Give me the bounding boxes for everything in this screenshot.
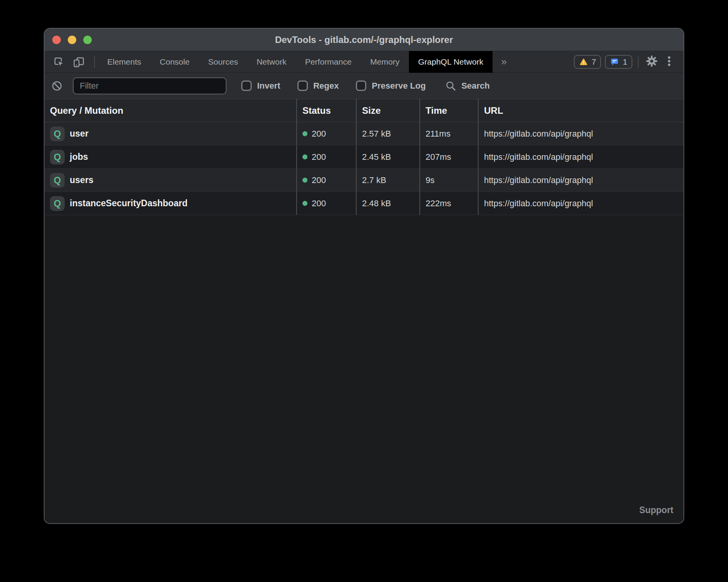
filter-toolbar: Invert Regex Preserve Log Search [45, 73, 683, 99]
message-count: 1 [623, 57, 627, 67]
regex-checkbox-group[interactable]: Regex [297, 80, 339, 91]
filter-input[interactable] [73, 77, 227, 94]
settings-button[interactable] [646, 55, 658, 69]
query-type-badge: Q [50, 150, 65, 164]
tab-network[interactable]: Network [247, 51, 296, 73]
message-icon [610, 57, 619, 67]
inspect-element-icon[interactable] [53, 56, 65, 68]
tab-memory[interactable]: Memory [361, 51, 409, 73]
invert-label: Invert [257, 81, 280, 91]
titlebar: DevTools - gitlab.com/-/graphql-explorer [45, 29, 683, 51]
invert-checkbox[interactable] [241, 80, 252, 91]
devtools-tabbar: Elements Console Sources Network Perform… [45, 51, 683, 73]
tab-graphql-network[interactable]: GraphQL Network [409, 51, 493, 73]
status-ok-dot [302, 131, 307, 136]
tab-console[interactable]: Console [151, 51, 199, 73]
search-button[interactable]: Search [445, 80, 489, 92]
window-title: DevTools - gitlab.com/-/graphql-explorer [275, 34, 453, 45]
column-header-time[interactable]: Time [419, 99, 478, 122]
regex-checkbox[interactable] [297, 80, 308, 91]
query-type-badge: Q [50, 173, 65, 188]
response-size: 2.45 kB [362, 152, 391, 162]
column-header-status[interactable]: Status [296, 99, 356, 122]
device-toolbar-icon[interactable] [73, 56, 85, 68]
traffic-lights [52, 29, 92, 51]
preserve-log-checkbox-group[interactable]: Preserve Log [356, 80, 426, 91]
request-url: https://gitlab.com/api/graphql [484, 199, 593, 209]
search-label: Search [461, 81, 489, 91]
warning-count: 7 [592, 57, 596, 67]
table-row[interactable]: Q instanceSecurityDashboard 200 2.48 kB … [45, 192, 683, 215]
devtools-window: DevTools - gitlab.com/-/graphql-explorer… [44, 28, 684, 524]
status-code: 200 [312, 129, 326, 139]
status-ok-dot [302, 201, 307, 206]
column-header-url[interactable]: URL [478, 99, 683, 122]
status-code: 200 [312, 199, 326, 209]
more-tabs-icon[interactable]: » [493, 56, 515, 68]
tab-sources[interactable]: Sources [199, 51, 247, 73]
status-code: 200 [312, 152, 326, 162]
query-name: user [70, 128, 89, 139]
table-row[interactable]: Q user 200 2.57 kB 211ms https://gitlab.… [45, 122, 683, 146]
preserve-log-checkbox[interactable] [356, 80, 366, 91]
regex-label: Regex [313, 81, 339, 91]
query-name: instanceSecurityDashboard [70, 198, 187, 209]
warning-icon [579, 57, 588, 67]
column-header-query-mutation[interactable]: Query / Mutation [45, 99, 296, 122]
toolbar-separator [94, 56, 95, 68]
query-type-badge: Q [50, 196, 65, 211]
request-url: https://gitlab.com/api/graphql [484, 175, 593, 185]
preserve-log-label: Preserve Log [372, 81, 426, 91]
request-url: https://gitlab.com/api/graphql [484, 129, 593, 139]
response-time: 222ms [426, 199, 451, 209]
table-header: Query / Mutation Status Size Time URL [45, 99, 683, 122]
column-header-size[interactable]: Size [356, 99, 419, 122]
tab-elements[interactable]: Elements [98, 51, 151, 73]
close-window-button[interactable] [52, 36, 61, 44]
tab-performance[interactable]: Performance [296, 51, 361, 73]
response-size: 2.7 kB [362, 175, 386, 185]
query-name: jobs [70, 152, 88, 162]
menu-button[interactable] [663, 55, 675, 68]
controls-separator [638, 56, 639, 68]
zoom-window-button[interactable] [83, 36, 92, 44]
status-code: 200 [312, 175, 326, 185]
tabbar-right-controls: 7 1 [570, 55, 675, 69]
table-row[interactable]: Q jobs 200 2.45 kB 207ms https://gitlab.… [45, 146, 683, 169]
query-type-badge: Q [50, 127, 65, 141]
warnings-button[interactable]: 7 [574, 55, 601, 69]
response-time: 9s [426, 175, 434, 185]
response-time: 207ms [426, 152, 451, 162]
response-size: 2.48 kB [362, 199, 391, 209]
minimize-window-button[interactable] [68, 36, 76, 44]
status-ok-dot [302, 178, 307, 183]
response-time: 211ms [426, 129, 450, 139]
clear-log-icon[interactable] [51, 80, 63, 92]
invert-checkbox-group[interactable]: Invert [241, 80, 280, 91]
gear-icon [646, 55, 658, 67]
response-size: 2.57 kB [362, 129, 391, 139]
status-ok-dot [302, 154, 307, 159]
search-icon [445, 80, 457, 92]
table-empty-area: Support [45, 215, 683, 523]
query-name: users [70, 175, 93, 185]
table-row[interactable]: Q users 200 2.7 kB 9s https://gitlab.com… [45, 169, 683, 192]
issues-button[interactable]: 1 [605, 55, 632, 69]
kebab-menu-icon [663, 55, 675, 67]
request-url: https://gitlab.com/api/graphql [484, 152, 593, 162]
support-link[interactable]: Support [639, 505, 673, 515]
